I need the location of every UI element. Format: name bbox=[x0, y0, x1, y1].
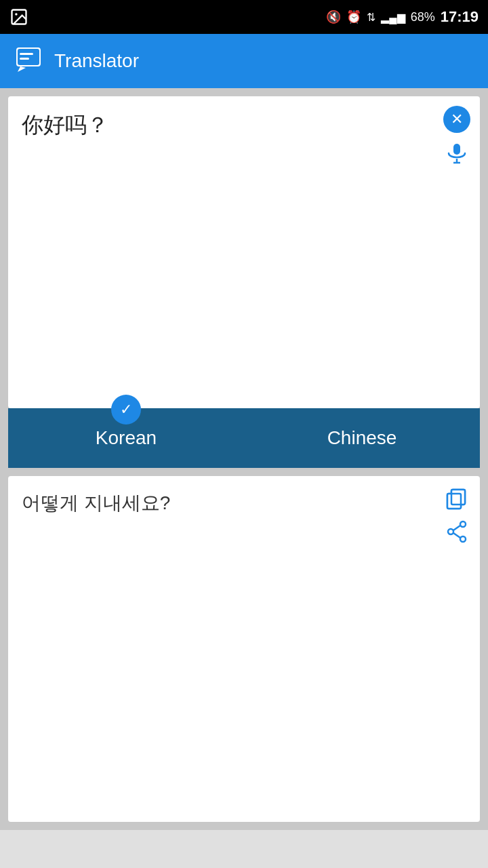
copy-button[interactable] bbox=[443, 486, 470, 513]
main-content: 你好吗？ ✕ ✓ Korean Chinese bbox=[0, 88, 488, 830]
alarm-icon: ⏰ bbox=[346, 9, 361, 24]
signal-icon: ▂▄▆ bbox=[381, 11, 405, 24]
svg-line-18 bbox=[453, 533, 460, 538]
share-icon bbox=[445, 520, 468, 543]
app-bar: Translator bbox=[0, 34, 488, 88]
close-icon: ✕ bbox=[451, 111, 463, 128]
svg-point-14 bbox=[460, 521, 466, 527]
mute-icon: 🔇 bbox=[326, 9, 341, 24]
battery-text: 68% bbox=[411, 10, 435, 24]
chat-icon bbox=[14, 45, 43, 77]
sync-icon: ⇅ bbox=[367, 11, 375, 24]
status-bar: 🔇 ⏰ ⇅ ▂▄▆ 68% 17:19 bbox=[0, 0, 488, 34]
status-time: 17:19 bbox=[441, 8, 479, 26]
output-card: 어떻게 지내세요? bbox=[8, 476, 480, 822]
status-bar-right: 🔇 ⏰ ⇅ ▂▄▆ 68% 17:19 bbox=[326, 8, 479, 26]
svg-point-1 bbox=[15, 13, 18, 16]
check-icon: ✓ bbox=[120, 401, 132, 418]
target-language-label: Chinese bbox=[327, 427, 397, 449]
app-title: Translator bbox=[54, 50, 139, 72]
source-language-button[interactable]: ✓ Korean bbox=[8, 408, 244, 468]
copy-icon bbox=[445, 487, 469, 511]
target-language-button[interactable]: Chinese bbox=[244, 408, 480, 468]
svg-point-16 bbox=[460, 536, 466, 542]
source-language-label: Korean bbox=[96, 427, 157, 449]
svg-rect-3 bbox=[18, 49, 39, 65]
svg-rect-12 bbox=[447, 494, 461, 509]
svg-rect-5 bbox=[20, 58, 29, 60]
language-bar: ✓ Korean Chinese bbox=[8, 408, 480, 468]
image-icon bbox=[9, 7, 28, 26]
mic-button[interactable] bbox=[443, 140, 470, 167]
svg-rect-6 bbox=[453, 144, 460, 155]
input-card: 你好吗？ ✕ bbox=[8, 96, 480, 408]
share-button[interactable] bbox=[443, 518, 470, 545]
output-text: 어떻게 지내세요? bbox=[22, 490, 439, 516]
svg-point-15 bbox=[448, 529, 453, 534]
svg-rect-4 bbox=[20, 53, 33, 55]
microphone-icon bbox=[445, 141, 469, 165]
clear-button[interactable]: ✕ bbox=[443, 106, 470, 133]
input-text[interactable]: 你好吗？ bbox=[22, 110, 439, 140]
svg-line-17 bbox=[453, 526, 460, 530]
status-bar-left bbox=[9, 7, 28, 26]
active-language-indicator: ✓ bbox=[111, 395, 141, 425]
